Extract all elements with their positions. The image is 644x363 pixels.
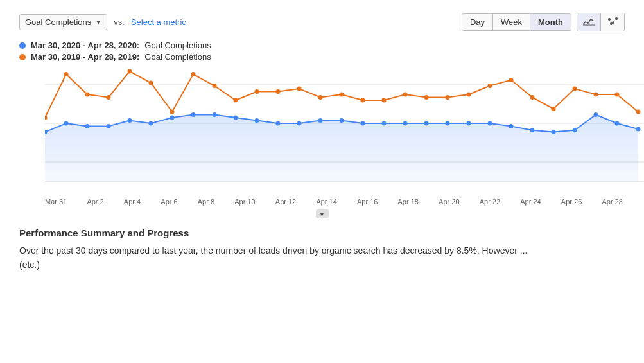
svg-point-16 — [107, 124, 111, 128]
legend-date-2020: Mar 30, 2020 - Apr 28, 2020: — [31, 40, 139, 50]
scroll-indicator: ▼ — [19, 209, 625, 218]
legend-row-2019: Mar 30, 2019 - Apr 28, 2019: Goal Comple… — [19, 52, 625, 62]
x-label-apr2: Apr 2 — [87, 198, 103, 206]
svg-point-4 — [610, 22, 613, 25]
svg-point-34 — [488, 121, 492, 126]
svg-point-61 — [446, 95, 450, 100]
x-label-apr24: Apr 24 — [520, 198, 541, 206]
legend-date-2019: Mar 30, 2019 - Apr 28, 2019: — [31, 52, 139, 62]
month-button[interactable]: Month — [530, 14, 571, 30]
svg-point-26 — [318, 118, 323, 123]
svg-point-56 — [340, 93, 344, 97]
svg-point-69 — [615, 93, 620, 97]
svg-point-50 — [213, 84, 217, 88]
x-label-apr26: Apr 26 — [561, 198, 582, 206]
line-chart-svg: 200 100 — [45, 66, 644, 194]
svg-point-1 — [608, 18, 611, 21]
svg-point-47 — [149, 81, 153, 85]
svg-point-43 — [64, 72, 69, 76]
svg-point-15 — [85, 124, 90, 128]
scroll-arrow-icon: ▼ — [319, 211, 326, 218]
svg-point-63 — [488, 84, 492, 88]
week-button[interactable]: Week — [493, 14, 530, 30]
svg-point-37 — [552, 130, 556, 134]
legend-dot-orange — [19, 54, 26, 60]
svg-point-27 — [340, 118, 344, 123]
svg-point-25 — [297, 121, 302, 126]
svg-point-22 — [234, 116, 238, 120]
svg-point-51 — [234, 98, 238, 103]
svg-point-39 — [594, 112, 598, 117]
chart-container: 200 100 — [19, 66, 625, 206]
x-label-apr4: Apr 4 — [124, 198, 141, 206]
svg-point-55 — [318, 95, 323, 100]
x-label-apr18: Apr 18 — [398, 198, 419, 206]
svg-point-60 — [424, 95, 429, 100]
svg-point-58 — [382, 98, 387, 103]
svg-point-57 — [361, 98, 365, 103]
svg-point-17 — [128, 118, 132, 123]
svg-point-62 — [467, 93, 471, 97]
dropdown-caret-icon: ▼ — [95, 19, 101, 26]
svg-point-65 — [530, 95, 535, 100]
svg-point-36 — [530, 128, 535, 132]
svg-point-48 — [170, 110, 175, 114]
svg-point-52 — [255, 89, 259, 94]
metric-dropdown[interactable]: Goal Completions ▼ — [19, 14, 107, 30]
svg-point-14 — [64, 121, 69, 126]
svg-point-28 — [361, 121, 365, 126]
line-chart-icon — [583, 17, 595, 26]
svg-point-49 — [191, 72, 196, 76]
svg-point-44 — [85, 93, 90, 97]
performance-section: Performance Summary and Progress Over th… — [19, 227, 625, 272]
legend-label-2019: Goal Completions — [144, 52, 211, 62]
x-label-apr8: Apr 8 — [198, 198, 214, 206]
svg-point-64 — [509, 78, 514, 82]
top-controls: Goal Completions ▼ vs. Select a metric D… — [19, 13, 625, 31]
svg-point-41 — [636, 127, 641, 132]
svg-point-33 — [467, 121, 471, 126]
svg-point-30 — [403, 121, 408, 126]
svg-point-23 — [255, 118, 259, 123]
svg-point-29 — [382, 121, 387, 126]
svg-point-20 — [191, 112, 196, 117]
svg-point-3 — [615, 17, 618, 20]
x-label-apr22: Apr 22 — [480, 198, 500, 206]
svg-point-54 — [297, 87, 302, 91]
x-label-mar31: Mar 31 — [45, 198, 67, 206]
svg-point-59 — [403, 93, 408, 97]
legend-dot-blue — [19, 42, 26, 49]
svg-point-70 — [636, 110, 641, 114]
performance-title: Performance Summary and Progress — [19, 227, 625, 238]
legend-row-2020: Mar 30, 2020 - Apr 28, 2020: Goal Comple… — [19, 40, 625, 50]
svg-point-19 — [170, 116, 175, 120]
svg-point-24 — [276, 121, 281, 126]
svg-point-46 — [128, 69, 132, 74]
svg-point-66 — [552, 107, 556, 111]
select-metric-link[interactable]: Select a metric — [131, 17, 186, 27]
x-label-apr10: Apr 10 — [234, 198, 255, 206]
x-label-apr14: Apr 14 — [316, 198, 336, 206]
line-chart-button[interactable] — [577, 13, 601, 31]
scatter-chart-icon — [607, 17, 618, 26]
svg-point-45 — [107, 95, 111, 100]
day-button[interactable]: Day — [462, 14, 493, 30]
scatter-chart-button[interactable] — [601, 13, 624, 31]
chart-type-group — [577, 13, 625, 31]
x-label-apr28: Apr 28 — [602, 198, 622, 206]
x-label-apr12: Apr 12 — [275, 198, 296, 206]
scroll-arrow[interactable]: ▼ — [316, 209, 329, 218]
svg-point-31 — [424, 121, 429, 126]
legend-label-2020: Goal Completions — [144, 40, 211, 50]
vs-label: vs. — [114, 17, 125, 27]
metric-dropdown-label: Goal Completions — [25, 17, 91, 27]
svg-point-21 — [213, 112, 217, 117]
svg-point-53 — [276, 89, 281, 94]
svg-point-38 — [573, 128, 577, 132]
svg-point-40 — [615, 121, 620, 126]
svg-point-32 — [446, 121, 450, 126]
svg-point-68 — [594, 93, 598, 97]
left-controls: Goal Completions ▼ vs. Select a metric — [19, 14, 186, 30]
chart-legend: Mar 30, 2020 - Apr 28, 2020: Goal Comple… — [19, 40, 625, 62]
x-label-apr20: Apr 20 — [439, 198, 459, 206]
